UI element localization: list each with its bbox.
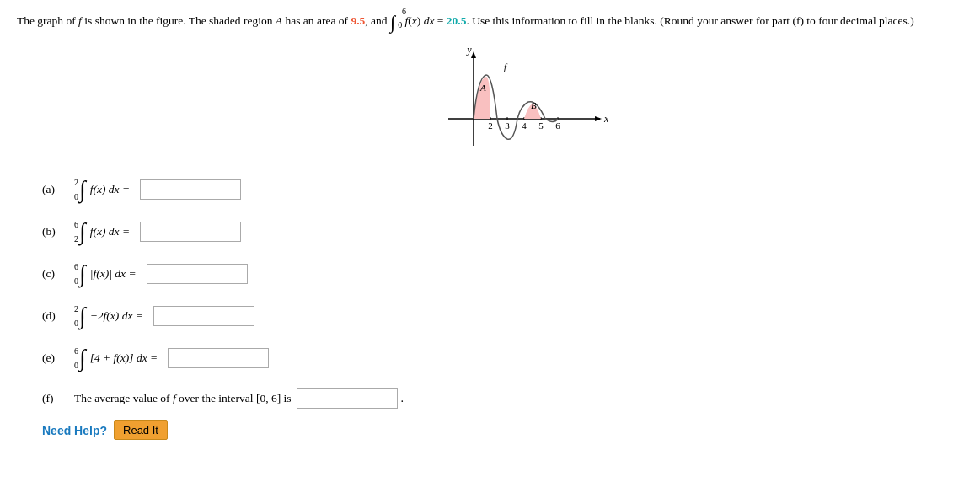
problem-f-input[interactable] [297, 388, 398, 409]
problem-e-row: (e) 6 0 ∫ [4 + f(x)] dx = [42, 346, 963, 370]
problem-a-input[interactable] [140, 179, 241, 200]
area-value: 9.5 [351, 14, 365, 27]
problem-c-integral: 6 0 ∫ [74, 262, 87, 286]
problem-e-integral: 6 0 ∫ [74, 346, 87, 370]
problem-a-row: (a) 2 0 ∫ f(x) dx = [42, 178, 963, 201]
problem-b-row: (b) 6 2 ∫ f(x) dx = [42, 220, 963, 244]
svg-text:3: 3 [505, 121, 510, 131]
problem-b-integral: 6 2 ∫ [74, 220, 87, 244]
graph-container: y x 2 3 4 5 6 [423, 45, 608, 163]
problem-a-int-symbol: ∫ [79, 178, 86, 201]
problem-a-upper: 2 [74, 178, 78, 187]
y-axis-label: y [466, 45, 472, 56]
problem-d-int-symbol: ∫ [79, 304, 86, 328]
problem-b-int-symbol: ∫ [79, 220, 86, 244]
problem-e-input[interactable] [168, 348, 269, 368]
problem-d-upper: 2 [74, 304, 78, 313]
problem-e-expr: 6 0 ∫ [4 + f(x)] dx = [74, 346, 161, 370]
problem-e-integrand: [4 + f(x)] dx = [90, 351, 158, 365]
problem-c-input[interactable] [147, 264, 248, 284]
integral-lower: 0 [398, 20, 402, 29]
period: . [401, 392, 404, 405]
problem-c-upper: 6 [74, 262, 78, 271]
problem-b-upper: 6 [74, 220, 78, 229]
problem-c-int-symbol: ∫ [79, 262, 86, 286]
integral-symbol: ∫ [390, 12, 395, 33]
problem-f-label: (f) [42, 392, 74, 405]
svg-text:6: 6 [555, 121, 560, 131]
problem-c-expr: 6 0 ∫ |f(x)| dx = [74, 262, 140, 286]
problem-d-row: (d) 2 0 ∫ −2f(x) dx = [42, 304, 963, 328]
label-f: f [504, 62, 508, 72]
problem-b-label: (b) [42, 225, 74, 238]
problem-c-row: (c) 6 0 ∫ |f(x)| dx = [42, 262, 963, 286]
problem-c-integrand: |f(x)| dx = [90, 267, 137, 281]
problem-f-text: The average value of f over the interval… [74, 392, 292, 405]
integral-value: 20.5 [447, 14, 467, 27]
header-description: The graph of f is shown in the figure. T… [17, 8, 963, 36]
svg-text:4: 4 [522, 121, 527, 131]
problem-a-integrand: f(x) dx = [90, 183, 130, 196]
graph-area: y x 2 3 4 5 6 [67, 45, 963, 163]
svg-marker-1 [471, 51, 476, 58]
problem-e-upper: 6 [74, 346, 78, 356]
label-B: B [531, 100, 537, 110]
problem-e-label: (e) [42, 351, 74, 365]
problem-a-expr: 2 0 ∫ f(x) dx = [74, 178, 133, 201]
graph-svg: y x 2 3 4 5 6 [423, 45, 608, 163]
problem-b-integrand: f(x) dx = [90, 225, 130, 238]
problem-a-integral: 2 0 ∫ [74, 178, 87, 201]
need-help-row: Need Help? Read It [42, 420, 963, 440]
need-help-label: Need Help? [42, 424, 107, 437]
problem-d-integral: 2 0 ∫ [74, 304, 87, 328]
label-A: A [479, 83, 486, 93]
problem-e-lower: 0 [74, 361, 78, 370]
problem-d-label: (d) [42, 309, 74, 323]
problem-d-integrand: −2f(x) dx = [90, 309, 143, 323]
svg-marker-3 [595, 116, 602, 121]
problem-b-input[interactable] [140, 222, 241, 242]
problem-f-row: (f) The average value of f over the inte… [42, 388, 963, 409]
problem-c-lower: 0 [74, 276, 78, 286]
problem-a-lower: 0 [74, 192, 78, 201]
problem-a-label: (a) [42, 183, 74, 196]
problem-d-lower: 0 [74, 319, 78, 328]
integral-upper: 6 [402, 5, 406, 18]
problem-d-input[interactable] [153, 306, 254, 326]
svg-text:5: 5 [538, 121, 544, 131]
read-it-button[interactable]: Read It [114, 420, 168, 440]
problem-e-int-symbol: ∫ [79, 346, 86, 370]
problem-d-expr: 2 0 ∫ −2f(x) dx = [74, 304, 147, 328]
svg-text:2: 2 [488, 121, 493, 131]
problem-b-expr: 6 2 ∫ f(x) dx = [74, 220, 133, 244]
problems-area: (a) 2 0 ∫ f(x) dx = (b) 6 2 ∫ f(x) [42, 178, 963, 409]
problem-b-lower: 2 [74, 234, 78, 244]
x-axis-label: x [603, 113, 608, 125]
problem-c-label: (c) [42, 267, 74, 281]
